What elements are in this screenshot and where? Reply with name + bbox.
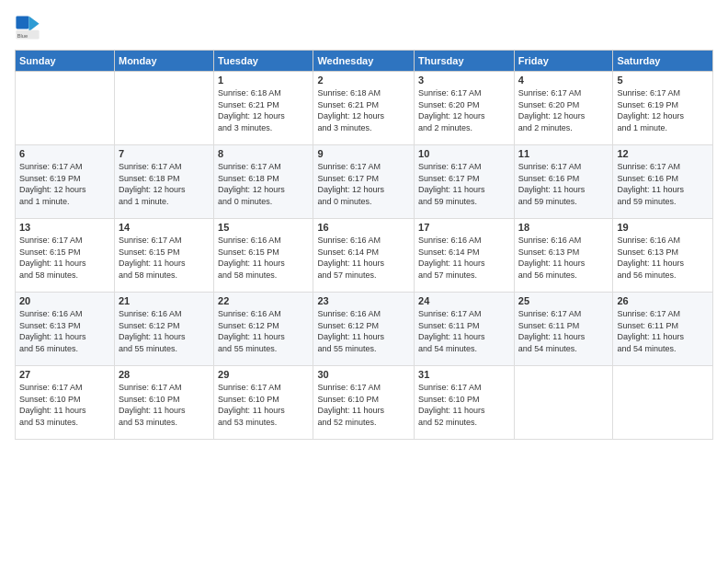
calendar-cell: 18Sunrise: 6:16 AM Sunset: 6:13 PM Dayli… bbox=[514, 219, 613, 293]
calendar-header-thursday: Thursday bbox=[415, 51, 515, 72]
day-info: Sunrise: 6:16 AM Sunset: 6:12 PM Dayligh… bbox=[218, 308, 309, 354]
day-number: 31 bbox=[418, 369, 510, 380]
calendar-cell: 23Sunrise: 6:16 AM Sunset: 6:12 PM Dayli… bbox=[313, 293, 415, 366]
calendar-week-row: 13Sunrise: 6:17 AM Sunset: 6:15 PM Dayli… bbox=[16, 219, 713, 293]
calendar-cell: 27Sunrise: 6:17 AM Sunset: 6:10 PM Dayli… bbox=[16, 366, 115, 440]
calendar-cell: 2Sunrise: 6:18 AM Sunset: 6:21 PM Daylig… bbox=[313, 72, 415, 145]
day-number: 12 bbox=[617, 148, 709, 159]
day-info: Sunrise: 6:17 AM Sunset: 6:10 PM Dayligh… bbox=[119, 382, 210, 428]
calendar-week-row: 20Sunrise: 6:16 AM Sunset: 6:13 PM Dayli… bbox=[16, 293, 713, 366]
calendar-cell: 1Sunrise: 6:18 AM Sunset: 6:21 PM Daylig… bbox=[214, 72, 313, 145]
logo-icon: Blue bbox=[15, 15, 40, 40]
day-number: 18 bbox=[518, 222, 609, 233]
day-number: 13 bbox=[19, 222, 110, 233]
day-info: Sunrise: 6:18 AM Sunset: 6:21 PM Dayligh… bbox=[317, 87, 410, 133]
calendar-cell bbox=[514, 366, 613, 440]
day-number: 29 bbox=[218, 369, 309, 380]
day-number: 23 bbox=[317, 295, 410, 306]
day-info: Sunrise: 6:17 AM Sunset: 6:15 PM Dayligh… bbox=[119, 235, 210, 281]
day-info: Sunrise: 6:16 AM Sunset: 6:14 PM Dayligh… bbox=[317, 235, 410, 281]
day-info: Sunrise: 6:17 AM Sunset: 6:17 PM Dayligh… bbox=[418, 161, 510, 207]
svg-text:Blue: Blue bbox=[17, 33, 28, 39]
day-number: 21 bbox=[119, 295, 210, 306]
day-number: 16 bbox=[317, 222, 410, 233]
day-number: 8 bbox=[218, 148, 309, 159]
day-number: 10 bbox=[418, 148, 510, 159]
calendar-cell: 22Sunrise: 6:16 AM Sunset: 6:12 PM Dayli… bbox=[214, 293, 313, 366]
day-number: 3 bbox=[418, 75, 510, 86]
day-number: 9 bbox=[317, 148, 410, 159]
calendar-cell: 3Sunrise: 6:17 AM Sunset: 6:20 PM Daylig… bbox=[415, 72, 515, 145]
calendar-cell bbox=[114, 72, 213, 145]
day-info: Sunrise: 6:17 AM Sunset: 6:18 PM Dayligh… bbox=[119, 161, 210, 207]
day-info: Sunrise: 6:17 AM Sunset: 6:16 PM Dayligh… bbox=[518, 161, 609, 207]
day-info: Sunrise: 6:17 AM Sunset: 6:18 PM Dayligh… bbox=[218, 161, 309, 207]
calendar-header-wednesday: Wednesday bbox=[313, 51, 415, 72]
calendar-cell: 12Sunrise: 6:17 AM Sunset: 6:16 PM Dayli… bbox=[613, 145, 713, 219]
calendar-cell: 5Sunrise: 6:17 AM Sunset: 6:19 PM Daylig… bbox=[613, 72, 713, 145]
calendar-cell: 8Sunrise: 6:17 AM Sunset: 6:18 PM Daylig… bbox=[214, 145, 313, 219]
calendar-cell: 6Sunrise: 6:17 AM Sunset: 6:19 PM Daylig… bbox=[16, 145, 115, 219]
calendar-cell: 24Sunrise: 6:17 AM Sunset: 6:11 PM Dayli… bbox=[415, 293, 515, 366]
day-info: Sunrise: 6:17 AM Sunset: 6:20 PM Dayligh… bbox=[518, 87, 609, 133]
day-info: Sunrise: 6:16 AM Sunset: 6:14 PM Dayligh… bbox=[418, 235, 510, 281]
calendar-cell: 11Sunrise: 6:17 AM Sunset: 6:16 PM Dayli… bbox=[514, 145, 613, 219]
header: Blue bbox=[15, 15, 713, 40]
day-number: 30 bbox=[317, 369, 410, 380]
calendar-cell: 13Sunrise: 6:17 AM Sunset: 6:15 PM Dayli… bbox=[16, 219, 115, 293]
day-info: Sunrise: 6:17 AM Sunset: 6:19 PM Dayligh… bbox=[617, 87, 709, 133]
calendar-week-row: 27Sunrise: 6:17 AM Sunset: 6:10 PM Dayli… bbox=[16, 366, 713, 440]
calendar-cell: 4Sunrise: 6:17 AM Sunset: 6:20 PM Daylig… bbox=[514, 72, 613, 145]
calendar-cell: 16Sunrise: 6:16 AM Sunset: 6:14 PM Dayli… bbox=[313, 219, 415, 293]
calendar-header-friday: Friday bbox=[514, 51, 613, 72]
day-number: 27 bbox=[19, 369, 110, 380]
calendar-cell: 17Sunrise: 6:16 AM Sunset: 6:14 PM Dayli… bbox=[415, 219, 515, 293]
day-info: Sunrise: 6:17 AM Sunset: 6:17 PM Dayligh… bbox=[317, 161, 410, 207]
calendar-week-row: 6Sunrise: 6:17 AM Sunset: 6:19 PM Daylig… bbox=[16, 145, 713, 219]
calendar-page: Blue SundayMondayTuesdayWednesdayThursda… bbox=[0, 0, 728, 563]
day-number: 17 bbox=[418, 222, 510, 233]
day-number: 2 bbox=[317, 75, 410, 86]
day-number: 1 bbox=[218, 75, 309, 86]
calendar-cell: 20Sunrise: 6:16 AM Sunset: 6:13 PM Dayli… bbox=[16, 293, 115, 366]
calendar-cell: 29Sunrise: 6:17 AM Sunset: 6:10 PM Dayli… bbox=[214, 366, 313, 440]
calendar-header-tuesday: Tuesday bbox=[214, 51, 313, 72]
day-number: 4 bbox=[518, 75, 609, 86]
day-number: 6 bbox=[19, 148, 110, 159]
calendar-header-monday: Monday bbox=[114, 51, 213, 72]
day-info: Sunrise: 6:16 AM Sunset: 6:13 PM Dayligh… bbox=[617, 235, 709, 281]
day-number: 15 bbox=[218, 222, 309, 233]
day-info: Sunrise: 6:16 AM Sunset: 6:12 PM Dayligh… bbox=[317, 308, 410, 354]
day-info: Sunrise: 6:17 AM Sunset: 6:10 PM Dayligh… bbox=[317, 382, 410, 428]
day-number: 5 bbox=[617, 75, 709, 86]
day-info: Sunrise: 6:17 AM Sunset: 6:15 PM Dayligh… bbox=[19, 235, 110, 281]
day-info: Sunrise: 6:17 AM Sunset: 6:10 PM Dayligh… bbox=[418, 382, 510, 428]
calendar-week-row: 1Sunrise: 6:18 AM Sunset: 6:21 PM Daylig… bbox=[16, 72, 713, 145]
day-info: Sunrise: 6:17 AM Sunset: 6:11 PM Dayligh… bbox=[617, 308, 709, 354]
day-info: Sunrise: 6:17 AM Sunset: 6:10 PM Dayligh… bbox=[19, 382, 110, 428]
day-number: 22 bbox=[218, 295, 309, 306]
day-info: Sunrise: 6:16 AM Sunset: 6:15 PM Dayligh… bbox=[218, 235, 309, 281]
svg-rect-1 bbox=[16, 16, 28, 29]
calendar-cell: 21Sunrise: 6:16 AM Sunset: 6:12 PM Dayli… bbox=[114, 293, 213, 366]
calendar-cell: 26Sunrise: 6:17 AM Sunset: 6:11 PM Dayli… bbox=[613, 293, 713, 366]
calendar-cell bbox=[613, 366, 713, 440]
day-info: Sunrise: 6:17 AM Sunset: 6:20 PM Dayligh… bbox=[418, 87, 510, 133]
calendar-header-saturday: Saturday bbox=[613, 51, 713, 72]
day-info: Sunrise: 6:17 AM Sunset: 6:10 PM Dayligh… bbox=[218, 382, 309, 428]
day-info: Sunrise: 6:16 AM Sunset: 6:13 PM Dayligh… bbox=[518, 235, 609, 281]
calendar-cell: 30Sunrise: 6:17 AM Sunset: 6:10 PM Dayli… bbox=[313, 366, 415, 440]
calendar-cell: 19Sunrise: 6:16 AM Sunset: 6:13 PM Dayli… bbox=[613, 219, 713, 293]
calendar-header-sunday: Sunday bbox=[16, 51, 115, 72]
day-info: Sunrise: 6:17 AM Sunset: 6:11 PM Dayligh… bbox=[418, 308, 510, 354]
calendar-cell: 28Sunrise: 6:17 AM Sunset: 6:10 PM Dayli… bbox=[114, 366, 213, 440]
calendar-cell: 15Sunrise: 6:16 AM Sunset: 6:15 PM Dayli… bbox=[214, 219, 313, 293]
day-number: 11 bbox=[518, 148, 609, 159]
day-number: 26 bbox=[617, 295, 709, 306]
calendar-cell: 7Sunrise: 6:17 AM Sunset: 6:18 PM Daylig… bbox=[114, 145, 213, 219]
calendar-cell: 10Sunrise: 6:17 AM Sunset: 6:17 PM Dayli… bbox=[415, 145, 515, 219]
day-number: 7 bbox=[119, 148, 210, 159]
day-info: Sunrise: 6:17 AM Sunset: 6:16 PM Dayligh… bbox=[617, 161, 709, 207]
day-number: 28 bbox=[119, 369, 210, 380]
calendar-cell: 14Sunrise: 6:17 AM Sunset: 6:15 PM Dayli… bbox=[114, 219, 213, 293]
